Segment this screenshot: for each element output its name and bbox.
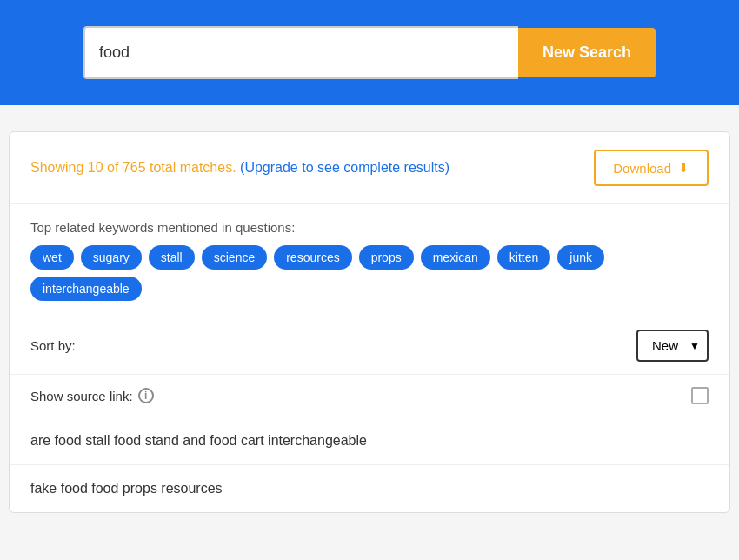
result-item: are food stall food stand and food cart … (10, 417, 729, 465)
keyword-tag[interactable]: junk (557, 245, 604, 270)
search-input[interactable] (83, 26, 518, 79)
sort-select[interactable]: New Top Old (636, 330, 709, 362)
upgrade-link[interactable]: (Upgrade to see complete results) (240, 160, 449, 175)
keyword-tag[interactable]: resources (274, 245, 351, 270)
result-item: fake food food props resources (10, 465, 729, 512)
info-icon: i (138, 388, 154, 403)
keywords-section: Top related keywords mentioned in questi… (10, 204, 729, 317)
download-button[interactable]: Download ⬇ (594, 150, 709, 186)
results-count: Showing 10 of 765 total matches. (30, 160, 236, 175)
keyword-tag[interactable]: props (359, 245, 414, 270)
header: New Search (0, 0, 739, 105)
results-list: are food stall food stand and food cart … (10, 417, 729, 512)
keyword-tag[interactable]: kitten (497, 245, 550, 270)
keywords-tags: wetsugarystallscienceresourcespropsmexic… (30, 245, 709, 301)
sort-section: Sort by: New Top Old (10, 317, 729, 375)
keywords-label: Top related keywords mentioned in questi… (30, 220, 709, 235)
sort-wrapper: New Top Old (636, 330, 709, 362)
results-header: Showing 10 of 765 total matches. (Upgrad… (10, 132, 729, 204)
source-section: Show source link: i (10, 375, 729, 417)
new-search-button[interactable]: New Search (518, 28, 656, 77)
results-card: Showing 10 of 765 total matches. (Upgrad… (9, 131, 730, 513)
keyword-tag[interactable]: wet (30, 245, 74, 270)
keyword-tag[interactable]: sugary (81, 245, 142, 270)
keyword-tag[interactable]: mexican (421, 245, 490, 270)
download-label: Download (613, 161, 671, 176)
sort-label: Sort by: (30, 338, 76, 353)
results-summary: Showing 10 of 765 total matches. (Upgrad… (30, 160, 449, 176)
keyword-tag[interactable]: science (202, 245, 267, 270)
source-label-text: Show source link: (30, 389, 133, 403)
keyword-tag[interactable]: stall (149, 245, 195, 270)
download-icon: ⬇ (678, 160, 689, 176)
source-checkbox[interactable] (691, 387, 709, 404)
keyword-tag[interactable]: interchangeable (30, 277, 142, 301)
source-label: Show source link: i (30, 388, 154, 403)
